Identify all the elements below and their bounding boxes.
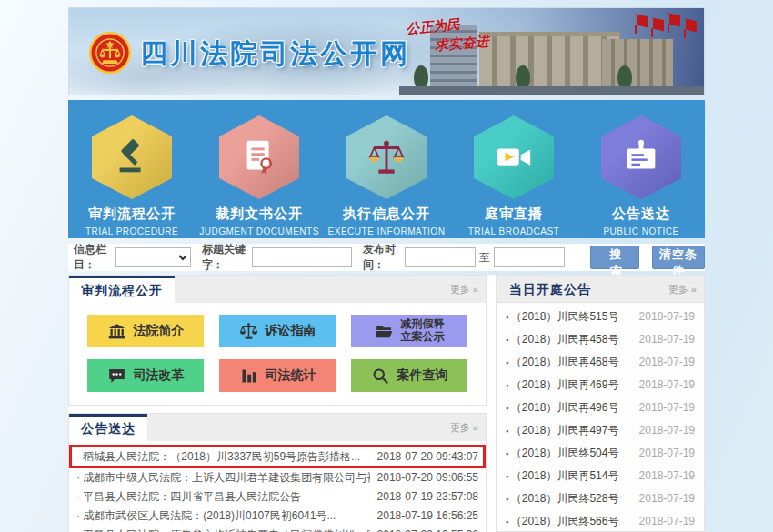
date-to-input[interactable] (494, 247, 565, 267)
nav-label-zh: 裁判文书公开 (196, 206, 323, 223)
gavel-icon (111, 136, 153, 178)
nav-label-zh: 庭审直播 (450, 206, 577, 223)
category-label: 信息栏目： (74, 242, 114, 273)
case-number-link[interactable]: （2018）川民终515号 (506, 306, 618, 328)
panel-title: 公告送达 (69, 414, 147, 441)
announcement-link[interactable]: 成都市中级人民法院：上诉人四川君羊建设集团有限公司与被上诉... (76, 468, 370, 487)
case-number-link[interactable]: （2018）川民终566号 (506, 510, 618, 532)
case-number-link[interactable]: （2018）川民再469号 (506, 374, 618, 396)
nav-label-en: TRIAL BROADCAST (450, 226, 577, 236)
hearing-date: 2018-07-19 (639, 306, 695, 328)
nav-label-zh: 公告送达 (577, 206, 705, 223)
hearing-case-row: （2018）川民再514号 2018-07-19 (497, 465, 704, 487)
search-bar: 信息栏目： 标题关键字： 发布时间： 至 搜 索 清空条件 (68, 244, 705, 271)
category-select[interactable] (115, 247, 191, 267)
hearing-date: 2018-07-19 (639, 374, 695, 396)
judicial-statistics-button[interactable]: 司法统计 (219, 359, 336, 392)
panel-title: 审判流程公开 (69, 276, 175, 303)
panel-title: 当日开庭公告 (497, 276, 591, 302)
scales-icon (239, 322, 258, 341)
litigation-guide-button[interactable]: 诉讼指南 (219, 315, 336, 347)
announcement-row: 成都市中级人民法院：上诉人四川君羊建设集团有限公司与被上诉... 2018-07… (69, 468, 486, 487)
red-flag (635, 14, 648, 34)
search-button[interactable]: 搜 索 (590, 246, 639, 269)
building-main (479, 32, 620, 90)
hearing-case-row: （2018）川民终515号 2018-07-19 (497, 306, 704, 328)
magnifier-icon (371, 366, 390, 386)
hearing-date: 2018-07-19 (639, 465, 695, 487)
announcement-link[interactable]: 平昌县人民法院：原告牟文均诉被告覃奇才民间借贷纠纷一案民事... (76, 526, 370, 532)
hearing-date: 2018-07-19 (639, 419, 695, 442)
hearing-date: 2018-07-19 (639, 396, 695, 419)
more-link[interactable]: 更多 » (668, 276, 704, 302)
judicial-reform-button[interactable]: 司法改革 (87, 359, 204, 392)
more-link[interactable]: 更多 » (450, 414, 486, 441)
nav-item-trial-procedure[interactable]: 审判流程公开 TRIAL PROCEDURE (68, 100, 196, 238)
nav-item-execute-information[interactable]: 执行信息公开 EXECUTE INFORMATION (323, 100, 450, 238)
red-flag (651, 17, 664, 37)
date-label: 发布时间： (363, 242, 403, 273)
announcement-row: 稻城县人民法院：（2018）川3337民初59号原告彭措格... 2018-07… (69, 445, 486, 468)
commutation-parole-button[interactable]: 减刑假释立案公示 (351, 315, 467, 347)
hearing-case-list: （2018）川民终515号 2018-07-19 （2018）川民再458号 2… (497, 303, 704, 532)
court-emblem-logo[interactable] (87, 30, 133, 75)
announcement-date: 2018-07-19 16:56:25 (377, 507, 478, 526)
announcement-date: 2018-07-19 23:57:08 (377, 487, 478, 507)
more-link[interactable]: 更多 » (450, 276, 486, 303)
site-title[interactable]: 四川法院司法公开网 (140, 35, 410, 73)
hearing-case-row: （2018）川民再497号 2018-07-19 (497, 419, 704, 442)
announcement-link[interactable]: 成都市武侯区人民法院：(2018)川0107民初6041号... (76, 507, 336, 526)
case-number-link[interactable]: （2018）川民再468号 (506, 351, 618, 374)
scales-icon (366, 136, 407, 178)
case-query-button[interactable]: 案件查询 (351, 359, 467, 392)
hearing-date: 2018-07-19 (639, 487, 695, 510)
video-camera-icon (493, 136, 535, 178)
public-notice-panel: 公告送达 更多 » 稻城县人民法院：（2018）川3337民初59号原告彭措格.… (68, 413, 487, 532)
announcement-row: 平昌县人民法院：原告牟文均诉被告覃奇才民间借贷纠纷一案民事... 2018-07… (69, 526, 486, 532)
clear-conditions-button[interactable]: 清空条件 (652, 246, 705, 269)
site-banner: 四川法院司法公开网 公正为民 求实奋进 (68, 7, 705, 95)
document-icon (238, 136, 280, 178)
hearing-case-row: （2018）川民终504号 2018-07-19 (497, 442, 704, 465)
nav-item-public-notice[interactable]: 公告送达 PUBLIC NOTICE (577, 100, 705, 238)
date-to-label: 至 (479, 250, 490, 266)
nav-label-zh: 审判流程公开 (68, 206, 196, 223)
hearing-case-row: （2018）川民再458号 2018-07-19 (497, 328, 704, 351)
announcement-row: 平昌县人民法院：四川省平昌县人民法院公告 2018-07-19 23:57:08 (69, 487, 486, 507)
hearing-case-row: （2018）川民终566号 2018-07-19 (497, 510, 704, 532)
nav-item-judgment-documents[interactable]: 裁判文书公开 JUDGMENT DOCUMENTS (196, 100, 323, 238)
keyword-input[interactable] (252, 247, 352, 267)
calligraphy-slogan: 公正为民 求实奋进 (405, 12, 489, 57)
date-from-input[interactable] (405, 247, 476, 267)
courthouse-icon (107, 322, 126, 341)
courthouse-photo: 公正为民 求实奋进 (399, 8, 704, 95)
hearing-case-row: （2018）川民再496号 2018-07-19 (497, 396, 704, 419)
folder-icon (375, 322, 394, 341)
hearing-date: 2018-07-19 (639, 328, 695, 351)
hearing-date: 2018-07-19 (639, 442, 695, 465)
building-annex (602, 39, 673, 90)
hearing-case-row: （2018）川民终528号 2018-07-19 (497, 487, 704, 510)
hearing-case-row: （2018）川民再469号 2018-07-19 (497, 374, 704, 396)
case-number-link[interactable]: （2018）川民再497号 (506, 419, 618, 442)
case-number-link[interactable]: （2018）川民再514号 (506, 465, 618, 487)
case-number-link[interactable]: （2018）川民再458号 (506, 328, 618, 351)
speech-bubble-icon (107, 366, 126, 386)
announcement-link[interactable]: 平昌县人民法院：四川省平昌县人民法院公告 (76, 487, 301, 507)
case-number-link[interactable]: （2018）川民再496号 (506, 396, 618, 419)
nav-label-zh: 执行信息公开 (323, 206, 450, 223)
announcement-link[interactable]: 稻城县人民法院：（2018）川3337民初59号原告彭措格... (76, 447, 360, 466)
court-intro-button[interactable]: 法院简介 (87, 315, 204, 347)
case-number-link[interactable]: （2018）川民终504号 (506, 442, 618, 465)
bar-chart-icon (239, 366, 258, 386)
red-flag (684, 18, 697, 38)
case-number-link[interactable]: （2018）川民终528号 (506, 487, 618, 510)
hearing-date: 2018-07-19 (639, 510, 695, 532)
nav-item-trial-broadcast[interactable]: 庭审直播 TRIAL BROADCAST (450, 100, 577, 238)
left-column: 审判流程公开 更多 » 法院简介 (68, 275, 487, 532)
keyword-label: 标题关键字： (202, 242, 250, 273)
announcement-date: 2018-07-20 09:06:55 (377, 468, 478, 487)
announcement-list: 稻城县人民法院：（2018）川3337民初59号原告彭措格... 2018-07… (69, 441, 486, 532)
announcement-row: 成都市武侯区人民法院：(2018)川0107民初6041号... 2018-07… (69, 507, 486, 526)
red-flag (668, 13, 680, 33)
